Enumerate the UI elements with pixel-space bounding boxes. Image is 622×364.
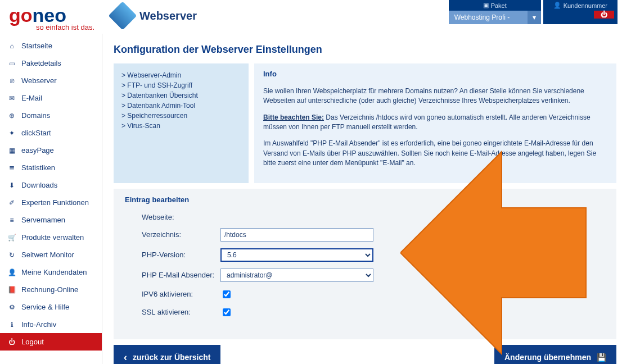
paket-dropdown-toggle[interactable]: ▾	[528, 11, 541, 24]
webserver-subnav: > Webserver-Admin > FTP- und SSH-Zugriff…	[114, 63, 249, 183]
nav-label: clickStart	[21, 129, 51, 137]
grid-icon: ▦	[8, 147, 16, 154]
nav-startseite[interactable]: ⌂Startseite	[0, 37, 102, 54]
nav-clickstart[interactable]: ✦clickStart	[0, 124, 102, 142]
refresh-icon: ↻	[8, 251, 16, 259]
page-title: Webserver	[139, 10, 197, 22]
nav-paketdetails[interactable]: ▭Paketdetails	[0, 54, 102, 72]
brand-logo: goneo so einfach ist das.	[0, 0, 101, 34]
nav-webserver[interactable]: ⎚Webserver	[0, 72, 102, 89]
edit-entry-panel: Eintrag bearbeiten Webseite: Verzeichnis…	[114, 189, 616, 339]
info-p2: Bitte beachten Sie: Das Verzeichnis /htd…	[263, 113, 607, 133]
subnav-ftp-ssh[interactable]: > FTP- und SSH-Zugriff	[121, 81, 241, 89]
book-icon: 📕	[8, 286, 16, 294]
paket-label: Paket	[491, 2, 507, 9]
verzeichnis-label: Verzeichnis:	[125, 230, 220, 239]
kundennummer-label: Kundennummer	[564, 2, 607, 9]
nav-kundendaten[interactable]: 👤Meine Kundendaten	[0, 263, 102, 281]
config-title: Konfiguration der Webserver Einstellunge…	[114, 44, 616, 56]
nav-label: Downloads	[21, 181, 57, 189]
server-icon: ⎚	[8, 77, 16, 85]
nav-service[interactable]: ⚙Service & Hilfe	[0, 298, 102, 316]
paket-box: ▣ Paket Webhosting Profi - ▾	[449, 0, 541, 24]
nav-rechnung[interactable]: 📕Rechnung-Online	[0, 281, 102, 298]
nav-label: easyPage	[21, 146, 54, 154]
phpmail-select[interactable]: administrator@	[220, 269, 373, 282]
nav-easypage[interactable]: ▦easyPage	[0, 142, 102, 159]
form-heading: Eintrag bearbeiten	[125, 195, 605, 204]
disk-icon: 💾	[597, 353, 606, 362]
nav-seitwert[interactable]: ↻Seitwert Monitor	[0, 246, 102, 263]
power-button[interactable]: ⏻	[594, 11, 614, 19]
nav-domains[interactable]: ⊕Domains	[0, 107, 102, 124]
nav-label: Service & Hilfe	[21, 303, 69, 311]
kundennummer-field	[543, 11, 594, 19]
paket-header: ▣ Paket	[449, 0, 541, 11]
paket-select[interactable]: Webhosting Profi -	[449, 11, 528, 24]
cube-icon: ▣	[483, 2, 489, 9]
nav-label: Meine Kundendaten	[21, 268, 87, 276]
nav-label: E-Mail	[21, 94, 42, 102]
subnav-virus-scan[interactable]: > Virus-Scan	[121, 122, 241, 130]
back-button[interactable]: ‹ zurück zur Übersicht	[114, 345, 220, 364]
caret-down-icon: ▾	[533, 13, 536, 21]
phpversion-select[interactable]: 5.6	[220, 248, 373, 262]
ssl-label: SSL aktivieren:	[125, 308, 220, 316]
wrench-icon: ✐	[8, 199, 16, 207]
nav-label: Experten Funktionen	[21, 198, 89, 207]
kundennummer-box: 👤 Kundennummer ⏻	[543, 0, 618, 24]
page-header: Webserver	[101, 0, 197, 26]
nav-label: Webserver	[21, 76, 57, 85]
save-label: Änderung übernehmen	[504, 353, 591, 362]
nav-statistiken[interactable]: ≣Statistiken	[0, 159, 102, 176]
nav-produkte[interactable]: 🛒Produkte verwalten	[0, 229, 102, 246]
home-icon: ⌂	[8, 42, 16, 50]
nav-logout[interactable]: ⏻Logout	[0, 333, 102, 351]
logo-go: go	[9, 4, 33, 26]
cart-icon: 🛒	[8, 234, 16, 242]
subnav-db-admin-tool[interactable]: > Datenbank Admin-Tool	[121, 102, 241, 110]
sidebar-nav: ⌂Startseite ▭Paketdetails ⎚Webserver ✉E-…	[0, 34, 102, 364]
nav-label: Domains	[21, 111, 50, 120]
ssl-checkbox[interactable]	[223, 308, 231, 316]
nav-label: Logout	[21, 338, 44, 346]
nav-label: Paketdetails	[21, 59, 61, 67]
info-p3: Im Auswahlfeld "PHP E-Mail Absender" ist…	[263, 139, 607, 168]
chevron-left-icon: ‹	[124, 352, 127, 363]
nav-info-archiv[interactable]: ℹInfo-Archiv	[0, 316, 102, 333]
stats-icon: ≣	[8, 164, 16, 172]
topbar: ▣ Paket Webhosting Profi - ▾ 👤 Kundennum…	[449, 0, 618, 24]
list-icon: ≡	[8, 216, 16, 224]
download-icon: ⬇	[8, 181, 16, 189]
subnav-datenbanken[interactable]: > Datenbanken Übersicht	[121, 92, 241, 99]
spark-icon: ✦	[8, 129, 16, 137]
nav-label: Rechnung-Online	[21, 285, 78, 294]
save-button[interactable]: Änderung übernehmen 💾	[494, 345, 616, 364]
package-icon: ▭	[8, 60, 16, 67]
webserver-icon	[109, 2, 137, 30]
user-icon: 👤	[553, 2, 561, 9]
gear-icon: ⚙	[8, 303, 16, 311]
subnav-webserver-admin[interactable]: > Webserver-Admin	[121, 71, 241, 79]
person-icon: 👤	[8, 269, 16, 276]
info-panel: Info Sie wollen Ihren Webspeicherplatz f…	[254, 63, 616, 183]
info-p2-bold: Bitte beachten Sie:	[263, 113, 324, 121]
nav-servernamen[interactable]: ≡Servernamen	[0, 211, 102, 229]
phpversion-label: PHP-Version:	[125, 251, 220, 259]
nav-downloads[interactable]: ⬇Downloads	[0, 176, 102, 194]
nav-email[interactable]: ✉E-Mail	[0, 89, 102, 107]
info-icon: ℹ	[8, 321, 16, 329]
webseite-label: Webseite:	[125, 213, 220, 221]
ipv6-label: IPV6 aktivieren:	[125, 290, 220, 298]
verzeichnis-input[interactable]	[220, 228, 373, 242]
nav-label: Statistiken	[21, 163, 55, 172]
info-p1: Sie wollen Ihren Webspeicherplatz für me…	[263, 87, 607, 106]
kundennummer-header: 👤 Kundennummer	[543, 0, 618, 11]
nav-label: Startseite	[21, 42, 52, 50]
subnav-speicher[interactable]: > Speicherressourcen	[121, 112, 241, 120]
power-icon: ⏻	[601, 11, 607, 19]
nav-experten[interactable]: ✐Experten Funktionen	[0, 194, 102, 211]
nav-label: Seitwert Monitor	[21, 251, 74, 259]
ipv6-checkbox[interactable]	[223, 290, 231, 298]
power-icon: ⏻	[8, 338, 16, 346]
